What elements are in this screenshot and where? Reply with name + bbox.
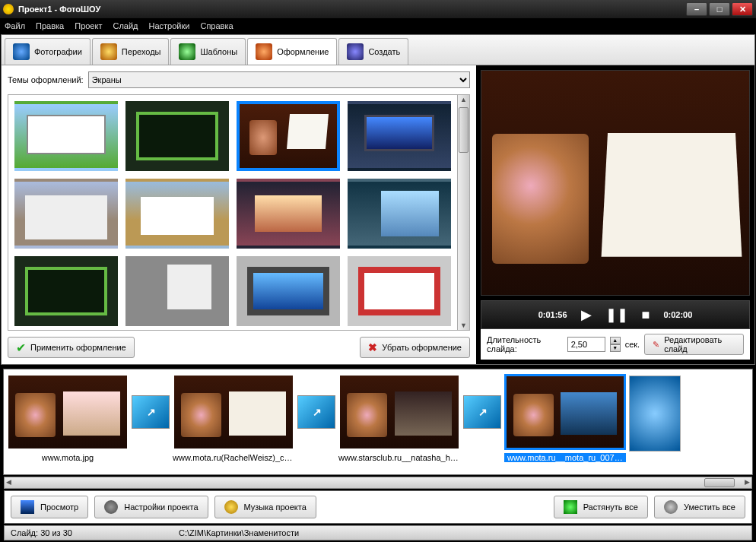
timeline-slide-selected[interactable]: www.mota.ru__mota_ru_0071613 (504, 374, 626, 462)
time-total: 0:02:00 (663, 310, 692, 319)
project-music-button[interactable]: Музыка проекта (214, 496, 316, 518)
transition-thumb[interactable] (463, 395, 501, 429)
theme-thumb[interactable] (348, 101, 451, 171)
timeline-extra-thumb[interactable] (629, 376, 681, 452)
theme-thumb[interactable] (348, 256, 451, 326)
theme-thumb[interactable] (125, 256, 229, 326)
preview-panel: 0:01:56 ▶ ❚❚ ■ 0:02:00 Длительность слай… (476, 65, 754, 364)
tab-photos[interactable]: Фотографии (5, 38, 91, 65)
duration-label: Длительность слайда: (487, 335, 563, 353)
preview-label: Просмотр (40, 502, 78, 512)
preview-button[interactable]: Просмотр (11, 496, 88, 518)
apply-label: Применить оформление (30, 343, 126, 352)
theme-thumb[interactable] (125, 179, 229, 249)
timeline: www.mota.jpg www.mota.ru(RachelWeisz)_ce… (3, 369, 753, 475)
close-button[interactable]: ✕ (732, 2, 753, 16)
menu-project[interactable]: Проект (75, 21, 102, 30)
remove-design-button[interactable]: ✖Убрать оформление (360, 337, 470, 358)
timeline-slide[interactable]: www.mota.ru(RachelWeisz)_cele (173, 374, 294, 462)
tab-design-label: Оформление (277, 47, 329, 56)
stop-button[interactable]: ■ (642, 307, 650, 323)
camcorder-icon (347, 43, 364, 60)
theme-thumb[interactable] (14, 179, 118, 249)
bottom-toolbar: Просмотр Настройки проекта Музыка проект… (4, 490, 752, 524)
x-icon: ✖ (368, 341, 377, 353)
play-button[interactable]: ▶ (581, 306, 592, 323)
music-icon (224, 500, 238, 514)
check-icon: ✔ (16, 341, 26, 355)
theme-thumb[interactable] (14, 101, 118, 171)
timeline-scrollbar[interactable] (4, 477, 752, 489)
theme-select[interactable]: Экраны (88, 71, 470, 88)
slide-caption: www.mota.ru__mota_ru_0071613 (504, 453, 626, 462)
theme-thumb[interactable] (348, 179, 451, 249)
tab-create-label: Создать (368, 47, 400, 56)
app-icon (3, 4, 14, 14)
slide-caption: www.mota.ru(RachelWeisz)_cele (173, 453, 294, 462)
title-bar: Проект1 - ФотоШОУ – □ ✕ (0, 0, 756, 18)
status-slide-count: Слайд: 30 из 30 (11, 528, 72, 537)
monitor-icon (21, 500, 34, 514)
tab-templates-label: Шаблоны (200, 47, 237, 56)
gallery-scrollbar[interactable] (457, 95, 469, 330)
transition-thumb[interactable] (132, 395, 170, 429)
tab-create[interactable]: Создать (338, 38, 408, 65)
apply-design-button[interactable]: ✔Применить оформление (8, 337, 135, 358)
tab-transitions-label: Переходы (122, 47, 161, 56)
fit-icon (664, 500, 678, 514)
fit-all-button[interactable]: Уместить все (654, 496, 745, 518)
remove-label: Убрать оформление (382, 343, 462, 352)
camera-icon (13, 43, 30, 60)
timeline-slide[interactable]: www.starsclub.ru__natasha_hens (338, 374, 460, 462)
slide-caption: www.mota.jpg (42, 453, 94, 462)
music-label: Музыка проекта (244, 502, 307, 512)
edit-slide-button[interactable]: ✎Редактировать слайд (644, 334, 744, 355)
theme-gallery (8, 95, 457, 330)
player-controls: 0:01:56 ▶ ❚❚ ■ 0:02:00 (481, 300, 750, 329)
duration-unit: сек. (625, 340, 640, 349)
menu-settings[interactable]: Настройки (149, 21, 190, 30)
settings-label: Настройки проекта (124, 502, 198, 512)
status-bar: Слайд: 30 из 30 C:\ZIM\Картинки\Знаменит… (4, 525, 752, 540)
fit-label: Уместить все (684, 502, 735, 512)
stretch-label: Растянуть все (583, 502, 638, 512)
gear-icon (104, 500, 118, 514)
duration-spinner[interactable]: ▲▼ (610, 337, 621, 352)
slide-caption: www.starsclub.ru__natasha_hens (338, 453, 460, 462)
stretch-icon (564, 500, 577, 514)
theme-thumb[interactable] (237, 256, 340, 326)
project-settings-button[interactable]: Настройки проекта (94, 496, 208, 518)
edit-icon: ✎ (653, 340, 659, 350)
theme-label: Темы оформлений: (8, 75, 84, 84)
transition-thumb[interactable] (297, 395, 335, 429)
theme-thumb-selected[interactable] (237, 101, 340, 171)
theme-thumb[interactable] (237, 179, 340, 249)
tab-transitions[interactable]: Переходы (92, 38, 170, 65)
stretch-all-button[interactable]: Растянуть все (554, 496, 648, 518)
transition-icon (100, 43, 117, 60)
edit-slide-label: Редактировать слайд (664, 335, 735, 353)
minimize-button[interactable]: – (686, 2, 707, 16)
template-icon (179, 43, 195, 60)
palette-icon (256, 43, 272, 60)
menu-bar: Файл Правка Проект Слайд Настройки Справ… (0, 18, 756, 33)
tab-photos-label: Фотографии (34, 47, 82, 56)
theme-thumb[interactable] (125, 101, 229, 171)
theme-thumb[interactable] (14, 256, 118, 326)
tab-templates[interactable]: Шаблоны (170, 38, 246, 65)
tab-bar: Фотографии Переходы Шаблоны Оформление С… (2, 35, 754, 65)
pause-button[interactable]: ❚❚ (605, 306, 628, 323)
window-title: Проект1 - ФотоШОУ (18, 5, 686, 14)
maximize-button[interactable]: □ (709, 2, 730, 16)
menu-help[interactable]: Справка (200, 21, 233, 30)
preview-viewport (481, 70, 750, 296)
design-panel: Темы оформлений: Экраны (2, 65, 476, 364)
menu-edit[interactable]: Правка (36, 21, 64, 30)
tab-design[interactable]: Оформление (247, 38, 337, 65)
duration-input[interactable] (567, 337, 605, 352)
status-path: C:\ZIM\Картинки\Знаменитости (179, 528, 299, 537)
menu-file[interactable]: Файл (5, 21, 25, 30)
timeline-slide[interactable]: www.mota.jpg (7, 374, 129, 462)
menu-slide[interactable]: Слайд (113, 21, 138, 30)
time-current: 0:01:56 (538, 310, 567, 319)
